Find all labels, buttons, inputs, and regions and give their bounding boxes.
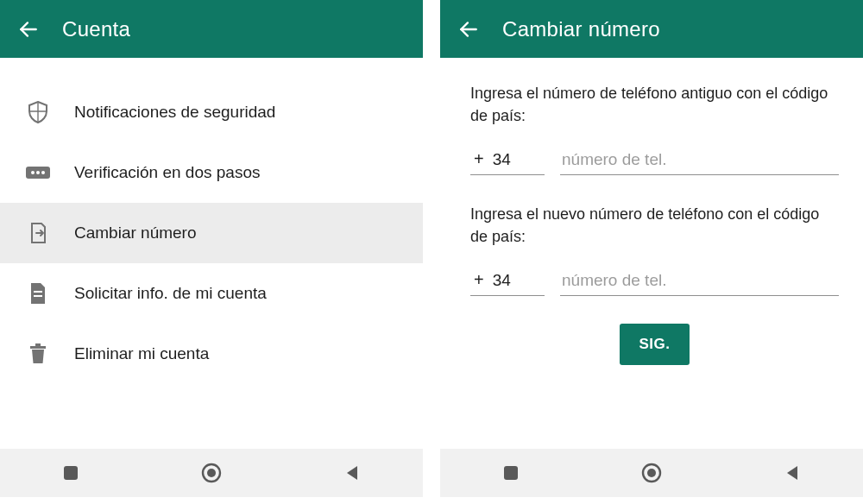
settings-item-security-notifications[interactable]: Notificaciones de seguridad (0, 82, 423, 142)
settings-item-label: Cambiar número (74, 224, 197, 243)
account-screen: Cuenta Notificaciones de seguridad Verif… (0, 0, 423, 497)
next-button[interactable]: SIG. (620, 324, 689, 365)
new-number-prompt: Ingresa el nuevo número de teléfono con … (470, 203, 839, 248)
page-title: Cuenta (62, 17, 130, 41)
new-country-code-value: 34 (493, 271, 511, 290)
old-number-prompt: Ingresa el número de teléfono antiguo co… (470, 82, 839, 127)
back-icon[interactable] (16, 16, 41, 42)
plus-sign: + (474, 270, 484, 290)
plus-sign: + (474, 149, 484, 169)
new-number-row: + 34 número de tel. (470, 265, 839, 296)
svg-point-4 (41, 171, 45, 174)
settings-list: Notificaciones de seguridad Verificación… (0, 58, 423, 384)
nav-home-icon[interactable] (637, 458, 666, 488)
system-navbar (440, 449, 863, 497)
settings-item-label: Eliminar mi cuenta (74, 344, 209, 363)
svg-rect-8 (35, 343, 41, 346)
settings-item-change-number[interactable]: Cambiar número (0, 203, 423, 263)
change-number-form: Ingresa el número de teléfono antiguo co… (440, 58, 863, 365)
settings-item-label: Notificaciones de seguridad (74, 103, 275, 122)
shield-icon (26, 100, 50, 124)
appbar: Cambiar número (440, 0, 863, 58)
nav-recent-icon[interactable] (56, 458, 85, 488)
doc-icon (26, 281, 50, 306)
svg-rect-9 (64, 466, 78, 480)
old-number-row: + 34 número de tel. (470, 144, 839, 175)
new-phone-input[interactable]: número de tel. (560, 266, 839, 296)
svg-point-3 (36, 171, 40, 174)
appbar: Cuenta (0, 0, 423, 58)
settings-item-two-step[interactable]: Verificación en dos pasos (0, 142, 423, 203)
svg-rect-6 (34, 295, 42, 297)
back-icon[interactable] (456, 16, 482, 42)
old-phone-input[interactable]: número de tel. (560, 145, 839, 175)
nav-recent-icon[interactable] (496, 458, 526, 488)
settings-item-label: Solicitar info. de mi cuenta (74, 284, 267, 303)
change-number-screen: Cambiar número Ingresa el número de telé… (440, 0, 863, 497)
svg-rect-7 (30, 346, 46, 349)
svg-point-11 (207, 469, 216, 477)
system-navbar (0, 449, 423, 497)
nav-back-icon[interactable] (778, 458, 807, 488)
settings-item-label: Verificación en dos pasos (74, 163, 260, 182)
old-country-code-field[interactable]: + 34 (470, 144, 545, 175)
svg-rect-5 (34, 291, 42, 293)
svg-point-2 (31, 171, 35, 174)
page-title: Cambiar número (502, 17, 660, 41)
settings-item-request-info[interactable]: Solicitar info. de mi cuenta (0, 263, 423, 324)
swap-sim-icon (26, 221, 50, 245)
old-country-code-value: 34 (493, 150, 511, 169)
trash-icon (26, 342, 50, 366)
svg-point-15 (647, 469, 656, 477)
nav-home-icon[interactable] (197, 458, 226, 488)
dots-icon (26, 161, 50, 185)
settings-item-delete-account[interactable]: Eliminar mi cuenta (0, 324, 423, 384)
new-country-code-field[interactable]: + 34 (470, 265, 545, 296)
nav-back-icon[interactable] (337, 458, 367, 488)
svg-rect-13 (504, 466, 518, 480)
